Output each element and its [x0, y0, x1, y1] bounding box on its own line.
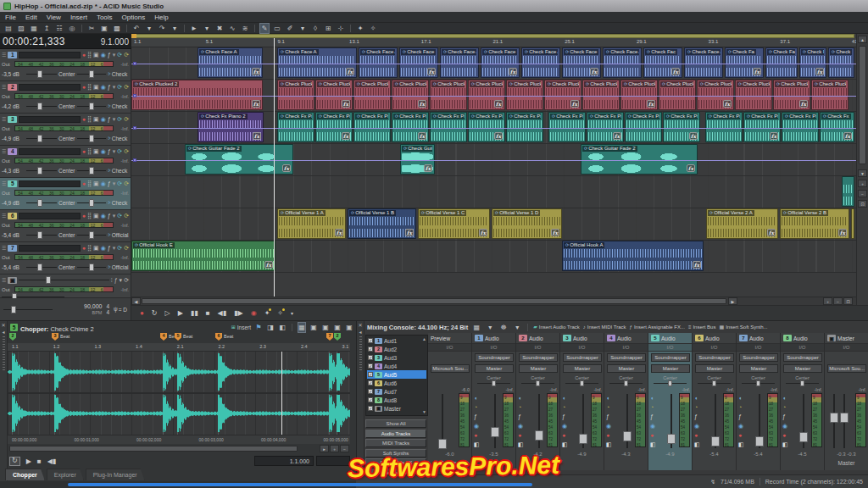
event-fx-badge[interactable]: fx	[838, 229, 847, 236]
mixer-strip-ch7[interactable]: 7AudioI/OSoundmapperMasterCenter-Inf.◖◔ƒ…	[737, 333, 781, 470]
record-arm-button[interactable]: ●	[782, 432, 788, 438]
audio-event[interactable]: ⟳Check Face A	[603, 47, 642, 78]
record-arm-button[interactable]: ●	[82, 84, 86, 90]
event-fx-badge[interactable]: fx	[342, 132, 350, 140]
chopper-position-field[interactable]: 1.1.000	[254, 456, 314, 466]
timeline-track-row-4[interactable]: ⟳Check Guitar Fade 2fx⟳Check Guitafx⟳Che…	[131, 144, 856, 176]
zoom-in-button[interactable]: ＋	[823, 297, 832, 305]
track-name-field[interactable]	[19, 116, 80, 123]
automation-button[interactable]: ⟳	[117, 84, 122, 90]
audio-event[interactable]: ⟳Check Face Afx	[198, 47, 263, 78]
solo-button[interactable]: ◧	[650, 441, 656, 447]
event-fx-badge[interactable]: fx	[427, 68, 436, 75]
solo-button[interactable]: ◧	[782, 441, 788, 447]
copy-icon[interactable]: ▣	[99, 24, 109, 33]
strip-io-button[interactable]: I/O	[825, 343, 868, 352]
audio-event[interactable]: ⟳Check Guitafx	[400, 144, 435, 175]
bus-automation-button[interactable]: ⟳	[124, 277, 129, 283]
record-arm-button[interactable]: ●	[82, 213, 86, 219]
track-name-field[interactable]	[19, 180, 80, 187]
track-pan-slider[interactable]	[77, 263, 106, 271]
shift-left-icon[interactable]: ▣	[333, 323, 342, 332]
event-fx-badge[interactable]: fx	[494, 132, 503, 140]
button-insert-soft-synth-[interactable]: ▦Insert Soft Synth...	[719, 324, 767, 330]
zoom-out-button[interactable]: −	[833, 297, 843, 305]
fader-thumb[interactable]	[535, 430, 543, 441]
automation-button[interactable]: ⟳	[117, 148, 122, 154]
strip-fx-chain[interactable]: Soundmapper	[563, 353, 602, 362]
fx-dropdown-icon[interactable]: ▾	[113, 213, 116, 219]
audio-event[interactable]	[842, 176, 854, 207]
draw-dropdown-icon[interactable]: ▾	[202, 24, 212, 33]
strip-pan-control[interactable]: Center	[693, 375, 736, 386]
phase-button[interactable]: ◖	[694, 395, 700, 401]
input-meter-icon[interactable]: ⣿	[87, 148, 92, 154]
draw-tool-icon[interactable]: ►	[189, 24, 199, 33]
copy-2x-icon[interactable]: ▣	[321, 323, 330, 332]
bus-track-header[interactable]: ☰▣⫶ƒ▾⟳Out54484236302418126-Inf.	[0, 274, 131, 298]
chopper-stop-button[interactable]: ■	[37, 458, 42, 465]
fader-thumb[interactable]	[840, 413, 849, 423]
open-file-icon[interactable]: ▨	[16, 24, 26, 33]
volume-envelope-line[interactable]	[131, 128, 856, 129]
mute-button[interactable]: ◉	[101, 180, 106, 186]
fx-button[interactable]: ƒ	[782, 413, 788, 419]
audio-event[interactable]: ⟳Check Fx Piano 2fx	[198, 112, 264, 142]
event-fx-badge[interactable]: fx	[418, 132, 426, 140]
audio-event[interactable]: ⟳Check Pluckfx	[392, 80, 429, 110]
track-header-4[interactable]: ☰4●⣿▣◉ƒ▾⟳⟳Out54484236302418126-Inf.-4,3 …	[0, 146, 131, 178]
chopper-marker-row[interactable]: 23Beat4Be5Beat6Beat72	[8, 333, 350, 343]
solo-button[interactable]: ◧	[694, 441, 700, 447]
channel-visible-checkbox[interactable]: ✓	[368, 397, 373, 402]
channel-visible-checkbox[interactable]: ✓	[368, 380, 373, 385]
mixer-strip-ch2[interactable]: 2AudioI/OSoundmapperMasterCenter-Inf.◖◔ƒ…	[516, 333, 560, 470]
record-arm-button[interactable]: ●	[82, 148, 86, 154]
bus-assign-button[interactable]: ⟳	[124, 52, 129, 58]
fx-dropdown-icon[interactable]: ▾	[113, 245, 116, 251]
close-icon[interactable]: ✕	[1, 323, 5, 328]
tab-explorer[interactable]: Explorer	[47, 469, 84, 480]
strip-io-button[interactable]: I/O	[604, 343, 648, 352]
fx-button[interactable]: ƒ	[650, 413, 656, 419]
fx-button[interactable]: ƒ	[562, 413, 568, 419]
audio-event[interactable]: ⟳Check Facefx	[399, 47, 438, 78]
track-volume-slider[interactable]	[26, 70, 57, 78]
track-pan-slider[interactable]	[77, 199, 106, 207]
fx-button[interactable]: ƒ	[606, 413, 612, 419]
dock-grip-handle[interactable]	[359, 336, 362, 370]
track-volume-slider[interactable]	[26, 263, 57, 271]
phase-button[interactable]: ▣	[93, 213, 99, 219]
menu-edit[interactable]: Edit	[25, 14, 37, 21]
track-fx-button[interactable]: ƒ	[108, 84, 111, 90]
envelope-node[interactable]	[133, 62, 136, 65]
whats-this-icon[interactable]: ✦	[355, 24, 365, 33]
audio-event[interactable]: ⟳Check Face A	[684, 47, 723, 78]
bus-assign-button[interactable]: ⟳	[124, 180, 129, 186]
track-pan-slider[interactable]	[77, 135, 106, 142]
track-name-field[interactable]	[19, 148, 80, 155]
chopper-ruler[interactable]: 1.11.21.31.42.12.22.32.43.1	[8, 343, 350, 352]
stop-button[interactable]: ■	[206, 310, 210, 317]
audio-event[interactable]: ⟳Check Fxfx	[820, 112, 854, 142]
volume-envelope-line[interactable]	[131, 160, 856, 161]
event-fx-badge[interactable]: fx	[342, 100, 350, 108]
audio-event[interactable]: ⟳Official Verse 1 Dfx	[492, 208, 562, 239]
record-arm-button[interactable]: ●	[606, 432, 612, 438]
audio-event[interactable]: ⟳Official Verse 1 Bfx	[348, 208, 416, 239]
bus-fx-dropdown[interactable]: ▾	[120, 277, 123, 283]
audio-event[interactable]: ⟳Check Facefx	[481, 47, 520, 78]
menu-help[interactable]: Help	[154, 14, 168, 21]
chopper-length-field[interactable]	[316, 456, 350, 466]
audio-event[interactable]: ⟳Check Pluck	[277, 80, 314, 110]
event-fx-badge[interactable]: fx	[647, 100, 655, 108]
chopper-marker-6[interactable]: 6	[215, 333, 222, 341]
audio-event[interactable]: ⟳Check Plucked 2fx	[131, 80, 263, 110]
solo-button[interactable]: ◧	[474, 441, 480, 447]
tempo-slider[interactable]	[3, 306, 53, 313]
strip-output-route[interactable]: Master	[519, 364, 558, 373]
input-meter-icon[interactable]: ⣿	[87, 116, 92, 122]
redo-dropdown-icon[interactable]: ▾	[170, 24, 180, 33]
track-volume-slider[interactable]	[26, 103, 57, 110]
timeline-arrangement[interactable]: 1.15.19.113.117.121.125.129.133.137.141.…	[131, 34, 856, 305]
bus-assign-button[interactable]: ⟳	[124, 84, 129, 90]
